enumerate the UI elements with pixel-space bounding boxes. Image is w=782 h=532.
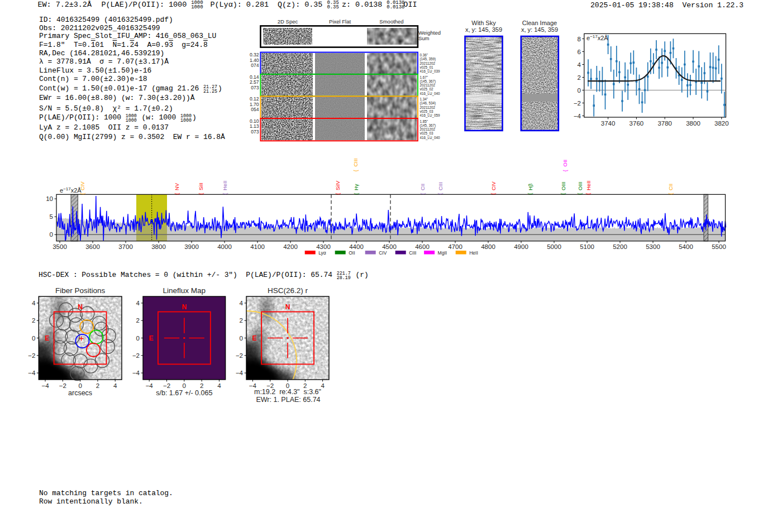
svg-text:NV: NV	[174, 183, 180, 190]
svg-text:4200: 4200	[283, 243, 298, 250]
svg-text:Pixel Flat: Pixel Flat	[329, 18, 351, 25]
svg-text:4000: 4000	[217, 243, 232, 250]
svg-text:8: 8	[578, 36, 581, 42]
svg-text:HeII: HeII	[469, 250, 478, 256]
svg-text:2: 2	[96, 382, 99, 389]
svg-text:m:19.2 re:4.3" s:3.6": m:19.2 re:4.3" s:3.6"	[254, 388, 321, 396]
svg-text:{: {	[198, 193, 204, 195]
svg-text:{: {	[222, 193, 228, 195]
svg-text:{: {	[562, 170, 568, 171]
svg-text:3500: 3500	[53, 243, 67, 250]
svg-text:−4: −4	[146, 382, 154, 389]
svg-text:OIII: OIII	[577, 182, 583, 190]
svg-text:1.34": 1.34"	[419, 97, 428, 101]
svg-text:4: 4	[113, 382, 117, 389]
svg-text:0: 0	[183, 382, 186, 389]
svg-text:OII: OII	[562, 160, 568, 167]
svg-text:{: {	[419, 193, 426, 195]
svg-text:Clean Image: Clean Image	[522, 20, 557, 26]
svg-text:0: 0	[240, 335, 243, 342]
svg-text:−2: −2	[574, 100, 581, 107]
svg-text:CIII: CIII	[409, 250, 416, 256]
svg-text:{: {	[560, 193, 566, 195]
svg-text:−2: −2	[163, 382, 170, 389]
svg-text:5300: 5300	[646, 243, 660, 250]
svg-text:074: 074	[251, 63, 259, 68]
svg-text:−2: −2	[59, 382, 66, 389]
svg-text:x, y: 145, 359: x, y: 145, 359	[521, 26, 558, 33]
svg-text:0.36": 0.36"	[419, 53, 428, 57]
svg-text:073: 073	[251, 85, 259, 90]
svg-text:5100: 5100	[580, 243, 594, 250]
svg-text:0: 0	[32, 335, 35, 342]
svg-text:CIII: CIII	[352, 159, 359, 167]
svg-text:HSC(26.2) r: HSC(26.2) r	[268, 286, 308, 295]
svg-text:CII: CII	[419, 184, 426, 190]
svg-text:3900: 3900	[184, 243, 199, 250]
svg-text:4700: 4700	[448, 243, 462, 250]
svg-text:1.85": 1.85"	[419, 119, 428, 123]
svg-text:4: 4	[136, 300, 140, 306]
svg-text:HeII: HeII	[585, 181, 592, 190]
svg-text:4: 4	[217, 382, 221, 389]
svg-text:N: N	[78, 303, 83, 311]
svg-text:{: {	[577, 193, 583, 195]
svg-text:SiIV: SiIV	[335, 180, 341, 190]
svg-text:3600: 3600	[85, 243, 100, 250]
svg-text:2D Spec: 2D Spec	[278, 18, 298, 25]
svg-text:e−17x2Å: e−17x2Å	[60, 186, 82, 194]
svg-text:SiII: SiII	[198, 183, 204, 190]
svg-text:e−17x2Å: e−17x2Å	[586, 34, 608, 41]
svg-text:−4: −4	[132, 370, 140, 376]
svg-text:4: 4	[32, 300, 36, 306]
svg-text:0: 0	[578, 87, 581, 94]
svg-text:0: 0	[50, 231, 53, 238]
svg-text:5: 5	[50, 213, 53, 220]
svg-text:10: 10	[46, 195, 53, 202]
svg-text:4800: 4800	[481, 243, 495, 250]
svg-text:{: {	[353, 193, 359, 195]
svg-text:3800: 3800	[151, 243, 166, 250]
svg-text:CIV: CIV	[379, 250, 387, 256]
svg-text:{: {	[335, 193, 341, 195]
svg-text:5400: 5400	[679, 243, 693, 250]
svg-text:Hβ: Hβ	[527, 183, 533, 190]
svg-text:3820: 3820	[714, 120, 729, 127]
svg-text:073: 073	[251, 129, 259, 135]
svg-text:1.67": 1.67"	[419, 75, 428, 79]
svg-text:2: 2	[136, 317, 140, 324]
svg-text:{: {	[585, 193, 592, 195]
svg-text:20211202: 20211202	[419, 83, 435, 87]
svg-text:x, y: 145, 359: x, y: 145, 359	[465, 26, 502, 33]
svg-text:E: E	[252, 334, 257, 342]
svg-text:4900: 4900	[514, 243, 528, 250]
svg-text:−2: −2	[28, 352, 35, 359]
svg-text:4600: 4600	[415, 243, 430, 250]
svg-text:N: N	[182, 303, 187, 311]
svg-text:Lineflux Map: Lineflux Map	[163, 286, 206, 295]
svg-text:N: N	[285, 303, 290, 311]
svg-text:20211202: 20211202	[419, 127, 435, 131]
svg-text:MgII: MgII	[438, 250, 447, 256]
svg-text:2: 2	[32, 317, 35, 324]
svg-text:E: E	[149, 334, 153, 342]
svg-text:5500: 5500	[712, 243, 726, 250]
svg-text:CIV: CIV	[490, 181, 497, 191]
svg-text:Smoothed: Smoothed	[379, 18, 403, 25]
svg-text:4100: 4100	[250, 243, 265, 250]
svg-text:3700: 3700	[118, 243, 133, 250]
svg-text:Sum: Sum	[418, 35, 430, 41]
svg-text:{: {	[352, 170, 359, 171]
svg-text:−2: −2	[132, 352, 140, 359]
svg-text:20211202: 20211202	[419, 106, 435, 109]
svg-text:{: {	[437, 193, 444, 195]
svg-text:2: 2	[240, 317, 243, 324]
svg-text:3800: 3800	[686, 120, 700, 127]
svg-text:{: {	[174, 193, 180, 195]
svg-text:{: {	[527, 193, 533, 195]
svg-text:054: 054	[251, 107, 259, 112]
svg-text:−4: −4	[28, 370, 36, 376]
svg-text:s/b: 1.67 +/- 0.065: s/b: 1.67 +/- 0.065	[156, 389, 212, 397]
svg-text:EWr: 1. PLAE: 65.74: EWr: 1. PLAE: 65.74	[256, 396, 320, 404]
svg-text:4: 4	[321, 382, 325, 389]
